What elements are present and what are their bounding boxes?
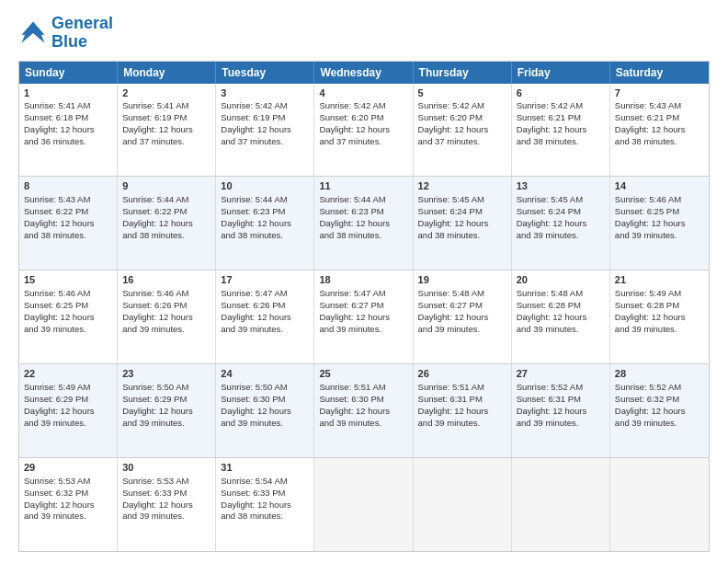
sunset: Sunset: 6:23 PM bbox=[221, 206, 285, 216]
sunrise: Sunrise: 5:51 AM bbox=[418, 382, 484, 392]
daylight: Daylight: 12 hours bbox=[418, 218, 489, 228]
calendar-cell: 12Sunrise: 5:45 AMSunset: 6:24 PMDayligh… bbox=[414, 177, 512, 270]
daylight: Daylight: 12 hours bbox=[24, 312, 95, 322]
sunrise: Sunrise: 5:48 AM bbox=[517, 288, 583, 298]
daylight: Daylight: 12 hours bbox=[517, 312, 587, 322]
daylight-extra: and 39 minutes. bbox=[517, 324, 579, 334]
day-number: 6 bbox=[517, 86, 605, 100]
sunrise: Sunrise: 5:52 AM bbox=[615, 382, 681, 392]
sunset: Sunset: 6:23 PM bbox=[319, 206, 383, 216]
sunrise: Sunrise: 5:45 AM bbox=[517, 194, 583, 204]
daylight-extra: and 39 minutes. bbox=[122, 511, 185, 521]
day-number: 12 bbox=[418, 179, 506, 193]
calendar-cell: 3Sunrise: 5:42 AMSunset: 6:19 PMDaylight… bbox=[216, 84, 314, 177]
calendar-cell bbox=[314, 458, 413, 551]
daylight: Daylight: 12 hours bbox=[319, 124, 390, 134]
day-number: 7 bbox=[615, 86, 704, 100]
calendar-cell: 13Sunrise: 5:45 AMSunset: 6:24 PMDayligh… bbox=[512, 177, 610, 270]
daylight-extra: and 37 minutes. bbox=[221, 136, 283, 146]
page-header: General Blue bbox=[18, 15, 710, 52]
calendar-week-3: 22Sunrise: 5:49 AMSunset: 6:29 PMDayligh… bbox=[19, 363, 709, 457]
daylight-extra: and 37 minutes. bbox=[418, 136, 481, 146]
calendar-cell: 17Sunrise: 5:47 AMSunset: 6:26 PMDayligh… bbox=[216, 270, 314, 363]
daylight: Daylight: 12 hours bbox=[221, 500, 291, 510]
day-number: 13 bbox=[517, 179, 605, 193]
sunrise: Sunrise: 5:44 AM bbox=[122, 194, 188, 204]
header-day-friday: Friday bbox=[512, 62, 610, 84]
sunset: Sunset: 6:31 PM bbox=[418, 394, 483, 404]
sunrise: Sunrise: 5:41 AM bbox=[24, 100, 90, 110]
calendar-cell: 24Sunrise: 5:50 AMSunset: 6:30 PMDayligh… bbox=[216, 364, 314, 457]
sunset: Sunset: 6:25 PM bbox=[24, 300, 88, 310]
sunset: Sunset: 6:31 PM bbox=[517, 394, 581, 404]
sunset: Sunset: 6:32 PM bbox=[615, 394, 679, 404]
calendar-cell: 27Sunrise: 5:52 AMSunset: 6:31 PMDayligh… bbox=[512, 364, 610, 457]
day-number: 4 bbox=[319, 86, 407, 100]
daylight: Daylight: 12 hours bbox=[122, 500, 193, 510]
calendar-cell: 4Sunrise: 5:42 AMSunset: 6:20 PMDaylight… bbox=[314, 84, 413, 177]
sunset: Sunset: 6:20 PM bbox=[418, 112, 483, 122]
daylight-extra: and 39 minutes. bbox=[615, 230, 677, 240]
daylight-extra: and 38 minutes. bbox=[122, 230, 185, 240]
daylight-extra: and 38 minutes. bbox=[418, 230, 481, 240]
sunset: Sunset: 6:22 PM bbox=[24, 206, 88, 216]
day-number: 10 bbox=[221, 179, 309, 193]
day-number: 28 bbox=[615, 367, 704, 381]
daylight: Daylight: 12 hours bbox=[418, 124, 489, 134]
sunset: Sunset: 6:20 PM bbox=[319, 112, 383, 122]
daylight: Daylight: 12 hours bbox=[418, 406, 489, 416]
calendar-header: SundayMondayTuesdayWednesdayThursdayFrid… bbox=[19, 62, 709, 84]
calendar-cell: 5Sunrise: 5:42 AMSunset: 6:20 PMDaylight… bbox=[414, 84, 512, 177]
calendar-cell: 9Sunrise: 5:44 AMSunset: 6:22 PMDaylight… bbox=[118, 177, 216, 270]
daylight-extra: and 39 minutes. bbox=[319, 418, 381, 428]
day-number: 26 bbox=[418, 367, 506, 381]
daylight: Daylight: 12 hours bbox=[418, 312, 489, 322]
sunset: Sunset: 6:24 PM bbox=[517, 206, 581, 216]
daylight: Daylight: 12 hours bbox=[517, 406, 587, 416]
day-number: 29 bbox=[24, 461, 112, 475]
daylight-extra: and 39 minutes. bbox=[221, 324, 283, 334]
daylight: Daylight: 12 hours bbox=[24, 218, 95, 228]
sunrise: Sunrise: 5:42 AM bbox=[517, 100, 583, 110]
sunset: Sunset: 6:18 PM bbox=[24, 112, 88, 122]
calendar-cell bbox=[610, 458, 709, 551]
day-number: 31 bbox=[221, 461, 309, 475]
sunset: Sunset: 6:27 PM bbox=[319, 300, 383, 310]
daylight: Daylight: 12 hours bbox=[615, 312, 686, 322]
calendar: SundayMondayTuesdayWednesdayThursdayFrid… bbox=[18, 61, 710, 552]
day-number: 21 bbox=[615, 273, 704, 287]
calendar-cell: 14Sunrise: 5:46 AMSunset: 6:25 PMDayligh… bbox=[610, 177, 709, 270]
daylight: Daylight: 12 hours bbox=[319, 312, 390, 322]
sunrise: Sunrise: 5:48 AM bbox=[418, 288, 484, 298]
svg-marker-0 bbox=[22, 21, 45, 42]
daylight-extra: and 39 minutes. bbox=[418, 324, 481, 334]
day-number: 18 bbox=[319, 273, 407, 287]
daylight-extra: and 39 minutes. bbox=[122, 418, 185, 428]
calendar-cell: 2Sunrise: 5:41 AMSunset: 6:19 PMDaylight… bbox=[118, 84, 216, 177]
daylight-extra: and 38 minutes. bbox=[517, 136, 579, 146]
sunset: Sunset: 6:21 PM bbox=[615, 112, 679, 122]
calendar-cell bbox=[414, 458, 512, 551]
sunrise: Sunrise: 5:53 AM bbox=[24, 476, 90, 486]
sunrise: Sunrise: 5:47 AM bbox=[319, 288, 385, 298]
daylight-extra: and 39 minutes. bbox=[24, 418, 86, 428]
sunset: Sunset: 6:29 PM bbox=[122, 394, 187, 404]
sunset: Sunset: 6:29 PM bbox=[24, 394, 88, 404]
daylight: Daylight: 12 hours bbox=[122, 124, 193, 134]
day-number: 30 bbox=[122, 461, 210, 475]
day-number: 22 bbox=[24, 367, 112, 381]
daylight: Daylight: 12 hours bbox=[615, 218, 686, 228]
day-number: 25 bbox=[319, 367, 407, 381]
sunset: Sunset: 6:22 PM bbox=[122, 206, 187, 216]
day-number: 20 bbox=[517, 273, 605, 287]
sunset: Sunset: 6:33 PM bbox=[122, 488, 187, 498]
daylight-extra: and 39 minutes. bbox=[615, 324, 677, 334]
daylight-extra: and 38 minutes. bbox=[221, 230, 283, 240]
sunrise: Sunrise: 5:44 AM bbox=[221, 194, 287, 204]
daylight: Daylight: 12 hours bbox=[122, 218, 193, 228]
daylight: Daylight: 12 hours bbox=[122, 406, 193, 416]
daylight-extra: and 39 minutes. bbox=[517, 230, 579, 240]
sunset: Sunset: 6:21 PM bbox=[517, 112, 581, 122]
header-day-monday: Monday bbox=[118, 62, 216, 84]
sunset: Sunset: 6:19 PM bbox=[122, 112, 187, 122]
